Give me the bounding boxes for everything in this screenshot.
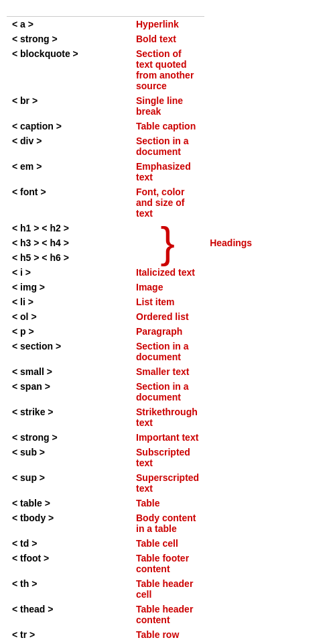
heading-html-cell-1: < h1 > < h2 > [7, 221, 131, 235]
table-row: < thead >Table header content [7, 602, 328, 627]
description-cell: Section in a document [131, 379, 204, 405]
html-tag-cell: < span > [7, 379, 131, 405]
table-row: < tbody >Body content in a table [7, 511, 328, 536]
table-row: < img >Image [7, 280, 328, 294]
html-tag-cell: < a > [7, 17, 131, 32]
description-cell: Superscripted text [131, 470, 204, 496]
description-cell: Italicized text [131, 265, 204, 280]
html-tag-cell: < div > [7, 133, 131, 159]
html-tag-cell: < th > [7, 576, 131, 602]
html-tag-cell: < strike > [7, 405, 131, 430]
description-cell: Table cell [131, 536, 204, 551]
html-tag-cell: < caption > [7, 119, 131, 133]
main-container: < a >Hyperlink< strong >Bold text< block… [0, 0, 335, 644]
html-tag-cell: < tr > [7, 627, 131, 642]
table-row: < strong >Bold text [7, 32, 328, 46]
description-cell: Table caption [131, 119, 204, 133]
table-row: < p >Paragraph [7, 324, 328, 339]
html-tag-cell: < thead > [7, 602, 131, 627]
html-tag-cell: < strong > [7, 430, 131, 445]
description-cell: Font, color and size of text [131, 184, 204, 221]
description-cell: Hyperlink [131, 17, 204, 32]
description-cell: Table [131, 496, 204, 511]
description-cell: Section in a document [131, 339, 204, 364]
table-row: < sup >Superscripted text [7, 470, 328, 496]
html-tag-cell: < section > [7, 339, 131, 364]
html-tag-cell: < tfoot > [7, 551, 131, 576]
description-cell: Paragraph [131, 324, 204, 339]
html-tag-cell: < img > [7, 280, 131, 294]
html-tag-cell: < em > [7, 159, 131, 184]
description-cell: Subscripted text [131, 445, 204, 470]
description-cell: Bold text [131, 32, 204, 46]
table-row: < ol >Ordered list [7, 309, 328, 324]
html-tag-cell: < strong > [7, 32, 131, 46]
heading-html-cell-3: < h5 > < h6 > [7, 250, 131, 265]
description-cell: Table row [131, 627, 204, 642]
description-cell: Image [131, 280, 204, 294]
table-row: < small >Smaller text [7, 364, 328, 379]
table-row: < strike >Strikethrough text [7, 405, 328, 430]
html-tag-cell: < sup > [7, 470, 131, 496]
table-row: < tr >Table row [7, 627, 328, 642]
description-cell: Table header content [131, 602, 204, 627]
table-row: < li >List item [7, 294, 328, 309]
description-cell: Strikethrough text [131, 405, 204, 430]
heading-group-row-1: < h1 > < h2 >}Headings [7, 221, 328, 235]
description-cell: Single line break [131, 93, 204, 119]
table-row: < div >Section in a document [7, 133, 328, 159]
html-tag-cell: < small > [7, 364, 131, 379]
table-row: < tfoot >Table footer content [7, 551, 328, 576]
table-row: < strong >Important text [7, 430, 328, 445]
table-row: < section >Section in a document [7, 339, 328, 364]
description-cell: Table header cell [131, 576, 204, 602]
description-cell: Body content in a table [131, 511, 204, 536]
html-tag-cell: < sub > [7, 445, 131, 470]
html-tag-cell: < font > [7, 184, 131, 221]
description-cell: Ordered list [131, 309, 204, 324]
table-row: < i >Italicized text [7, 265, 328, 280]
table-row: < blockquote >Section of text quoted fro… [7, 46, 328, 93]
html-column-header [7, 7, 131, 17]
table-row: < font >Font, color and size of text [7, 184, 328, 221]
table-row: < em >Emphasized text [7, 159, 328, 184]
description-cell: List item [131, 294, 204, 309]
table-row: < a >Hyperlink [7, 17, 328, 32]
table-row: < span >Section in a document [7, 379, 328, 405]
table-row: < sub >Subscripted text [7, 445, 328, 470]
brace-icon: } [131, 221, 204, 265]
description-cell: Section in a document [131, 133, 204, 159]
table-row: < caption >Table caption [7, 119, 328, 133]
table-row: < br >Single line break [7, 93, 328, 119]
html-tag-cell: < blockquote > [7, 46, 131, 93]
description-cell: Table footer content [131, 551, 204, 576]
description-column-header [131, 7, 204, 17]
table-row: < table >Table [7, 496, 328, 511]
description-cell: Important text [131, 430, 204, 445]
table-row: < td >Table cell [7, 536, 328, 551]
html-tag-cell: < table > [7, 496, 131, 511]
html-tag-cell: < li > [7, 294, 131, 309]
html-tag-cell: < p > [7, 324, 131, 339]
table-row: < th >Table header cell [7, 576, 328, 602]
html-tag-cell: < br > [7, 93, 131, 119]
html-tag-cell: < tbody > [7, 511, 131, 536]
heading-html-cell-2: < h3 > < h4 > [7, 235, 131, 250]
html-tag-cell: < td > [7, 536, 131, 551]
description-cell: Smaller text [131, 364, 204, 379]
heading-description-cell: Headings [204, 221, 328, 265]
html-reference-table: < a >Hyperlink< strong >Bold text< block… [7, 7, 328, 644]
html-tag-cell: < ol > [7, 309, 131, 324]
description-cell: Section of text quoted from another sour… [131, 46, 204, 93]
description-cell: Emphasized text [131, 159, 204, 184]
html-tag-cell: < i > [7, 265, 131, 280]
